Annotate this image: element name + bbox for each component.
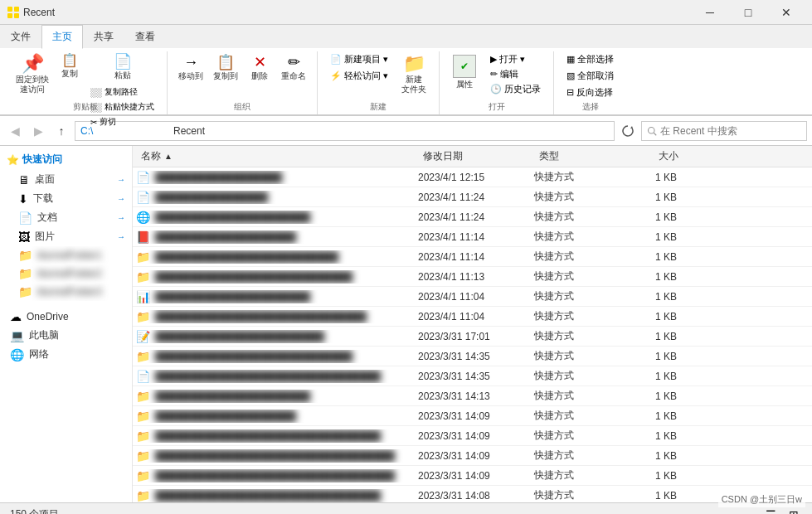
move-icon: → [183,55,198,70]
properties-icon: ✔ [453,55,476,78]
back-button[interactable]: ◀ [5,121,25,141]
table-row[interactable]: 📄██████████████████ 2023/4/1 12:15 快捷方式 … [133,167,812,187]
file-icon: 📁 [136,469,150,482]
desktop-icon: 🖥 [18,173,30,187]
sidebar-item-pictures[interactable]: 🖼 图片 → [0,227,132,246]
new-folder-button[interactable]: 📁 新建文件夹 [396,51,432,99]
tab-share[interactable]: 共享 [83,25,124,48]
clipboard-label: 剪贴板 [73,99,98,113]
copy-path-button[interactable]: ░░ 复制路径 [85,85,160,99]
table-row[interactable]: 🌐██████████████████████ 2023/4/1 11:24 快… [133,207,812,227]
sidebar-item-folder3[interactable]: 📁 blurredFolder3 [0,283,132,301]
search-icon [647,126,657,136]
easy-access-button[interactable]: ⚡ 轻松访问 ▾ [324,68,394,83]
minimize-button[interactable]: ─ [691,0,729,25]
col-date[interactable]: 修改日期 [418,146,534,167]
table-row[interactable]: 📁██████████████████████████████████ 2023… [133,446,812,466]
group-clipboard: 📌 固定到快速访问 📋 复制 📄 粘贴 ░ [3,51,168,114]
copy-button[interactable]: 📋 复制 [56,51,83,81]
svg-line-6 [654,133,656,135]
table-row[interactable]: 📄████████████████ 2023/4/1 11:24 快捷方式 1 … [133,187,812,207]
close-button[interactable]: ✕ [767,0,805,25]
table-row[interactable]: 📕████████████████████ 2023/4/1 11:14 快捷方… [133,227,812,247]
col-size[interactable]: 大小 [617,146,683,167]
table-row[interactable]: 📝████████████████████████ 2023/3/31 17:0… [133,327,812,347]
file-icon: 🌐 [136,211,150,224]
group-open: ✔ 属性 ▶ 打开 ▾ ✏ 编辑 🕒 历史记录 [440,51,554,114]
delete-button[interactable]: ✕ 删除 [244,51,275,99]
file-icon: 📁 [136,250,150,264]
invert-select-button[interactable]: ⊟ 反向选择 [561,85,619,99]
new-item-button[interactable]: 📄 新建项目 ▾ [324,51,394,66]
select-all-button[interactable]: ▦ 全部选择 [561,51,620,66]
tab-home[interactable]: 主页 [41,25,83,49]
new-label: 新建 [370,99,387,113]
sidebar-item-folder2[interactable]: 📁 blurredFolder2 [0,264,132,283]
group-organize: → 移动到 📋 复制到 ✕ 删除 ✏ 重命名 组织 [168,51,318,114]
search-box[interactable] [641,121,807,141]
sidebar-item-downloads[interactable]: ⬇ 下载 → [0,189,132,208]
open-button[interactable]: ▶ 打开 ▾ [484,51,547,66]
file-icon: 📁 [136,350,150,363]
easy-access-icon: ⚡ [330,70,342,81]
table-row[interactable]: 📁██████████████████████ 2023/3/31 14:13 … [133,386,812,406]
tab-file[interactable]: 文件 [0,25,41,48]
search-input[interactable] [660,125,801,137]
file-icon: 📁 [136,410,150,423]
quick-access-label: 快速访问 [22,153,62,167]
tab-view[interactable]: 查看 [124,25,166,48]
rename-button[interactable]: ✏ 重命名 [277,51,310,99]
network-icon: 🌐 [10,348,24,361]
up-button[interactable]: ↑ [51,121,71,141]
table-row[interactable]: 📁████████████████████████████████ 2023/3… [133,486,812,502]
window-icon [7,6,20,19]
sidebar-item-this-pc[interactable]: 💻 此电脑 [0,326,132,345]
rename-icon: ✏ [288,55,300,70]
open-label: 打开 [489,99,505,113]
table-row[interactable]: 📁██████████████████████████ 2023/4/1 11:… [133,247,812,267]
paste-button[interactable]: 📄 粘贴 [85,51,160,83]
quick-access-header[interactable]: ⭐ 快速访问 [0,149,132,170]
copy2-icon: 📋 [216,55,235,70]
svg-rect-3 [14,13,19,18]
downloads-icon: ⬇ [18,192,28,206]
cut-button[interactable]: ✂ 剪切 [85,114,160,129]
pin-button[interactable]: 📌 固定到快速访问 [10,51,55,99]
select-none-button[interactable]: ▧ 全部取消 [561,68,620,83]
col-name[interactable]: 名称 ▲ [136,146,418,167]
copy-path-icon: ░░ [90,88,102,97]
file-icon: 📕 [136,230,150,244]
forward-button[interactable]: ▶ [28,121,48,141]
table-row[interactable]: 📁████████████████████████████ 2023/4/1 1… [133,267,812,287]
table-row[interactable]: 📁██████████████████████████████████ 2023… [133,466,812,486]
table-row[interactable]: 📄████████████████████████████████ 2023/3… [133,366,812,386]
table-row[interactable]: 📁████████████████████████████████ 2023/3… [133,426,812,446]
sidebar-item-network[interactable]: 🌐 网络 [0,345,132,364]
file-icon: 📊 [136,290,150,303]
table-row[interactable]: 📁████████████████████ 2023/3/31 14:09 快捷… [133,406,812,426]
title-bar: Recent ─ □ ✕ [0,0,812,25]
copy2-button[interactable]: 📋 复制到 [209,51,242,99]
sidebar-item-desktop[interactable]: 🖥 桌面 → [0,170,132,189]
table-row[interactable]: 📁████████████████████████████ 2023/3/31 … [133,347,812,366]
maximize-button[interactable]: □ [729,0,767,25]
svg-marker-4 [630,126,633,128]
quick-access-icon: ⭐ [7,154,19,166]
group-new: 📄 新建项目 ▾ ⚡ 轻松访问 ▾ 📁 新建文件夹 新建 [318,51,440,114]
documents-icon: 📄 [18,211,32,225]
sidebar-item-folder1[interactable]: 📁 blurredFolder1 [0,246,132,264]
table-row[interactable]: 📁██████████████████████████████ 2023/4/1… [133,307,812,327]
history-button[interactable]: 🕒 历史记录 [484,81,547,96]
refresh-button[interactable] [618,121,638,141]
properties-button[interactable]: ✔ 属性 [446,51,483,99]
sidebar-item-documents[interactable]: 📄 文档 → [0,208,132,227]
edit-button[interactable]: ✏ 编辑 [484,66,547,81]
paste-icon: 📄 [114,54,132,69]
col-type[interactable]: 类型 [534,146,617,167]
main-layout: ⭐ 快速访问 🖥 桌面 → ⬇ 下载 → 📄 文档 → 🖼 图片 → 📁 blu… [0,146,812,502]
svg-rect-2 [7,13,12,18]
move-button[interactable]: → 移动到 [174,51,207,99]
sidebar-item-onedrive[interactable]: ☁ OneDrive [0,308,132,326]
file-list-header: 名称 ▲ 修改日期 类型 大小 [133,146,812,167]
table-row[interactable]: 📊██████████████████████ 2023/4/1 11:04 快… [133,287,812,307]
